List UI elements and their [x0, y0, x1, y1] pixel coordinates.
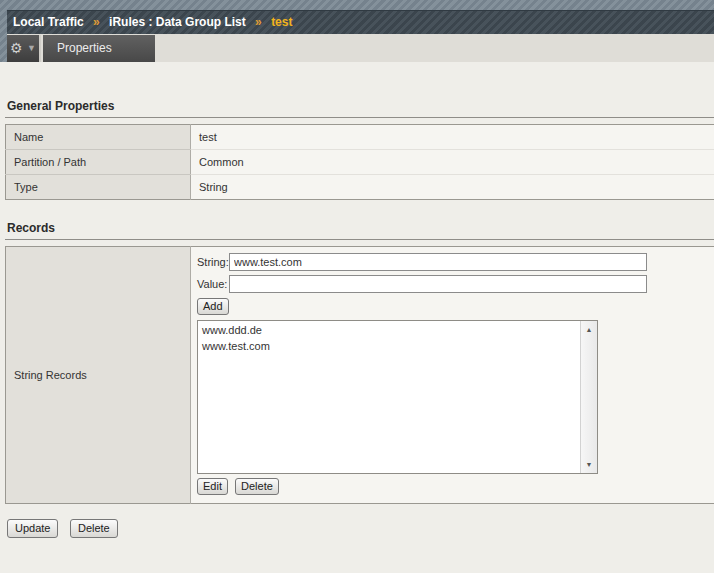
listbox-items: www.ddd.de www.test.com	[198, 322, 579, 354]
name-label: Name	[6, 125, 191, 150]
tab-strip: ⚙ ▼ Properties	[7, 34, 714, 62]
value-input[interactable]	[229, 275, 647, 293]
name-value: test	[191, 125, 714, 150]
value-field-row: Value:	[197, 275, 714, 293]
general-properties-table: Name test Partition / Path Common Type S…	[5, 124, 714, 200]
general-properties-heading: General Properties	[5, 99, 714, 118]
string-records-label: String Records	[6, 247, 191, 504]
breadcrumb: Local Traffic » iRules : Data Group List…	[7, 10, 714, 34]
add-row: Add	[197, 298, 714, 315]
records-table: String Records String: Value: Add www.dd…	[5, 246, 714, 504]
value-input-label: Value:	[197, 278, 229, 290]
tab-properties-label: Properties	[57, 41, 112, 55]
list-item[interactable]: www.test.com	[198, 338, 579, 354]
add-button[interactable]: Add	[197, 298, 229, 315]
breadcrumb-separator-icon: »	[87, 15, 106, 29]
string-field-row: String:	[197, 253, 714, 271]
string-records-editor: String: Value: Add www.ddd.de www.test.c…	[191, 247, 714, 504]
main-content: General Properties Name test Partition /…	[0, 62, 714, 573]
delete-button[interactable]: Delete	[70, 519, 118, 538]
type-value: String	[191, 175, 714, 200]
string-records-listbox[interactable]: www.ddd.de www.test.com ▲ ▼	[197, 320, 598, 474]
edit-button[interactable]: Edit	[197, 478, 228, 495]
gear-icon: ⚙	[10, 40, 23, 56]
scroll-up-icon[interactable]: ▲	[581, 322, 597, 337]
breadcrumb-separator-icon: »	[249, 15, 268, 29]
breadcrumb-item-current: test	[271, 15, 292, 29]
scroll-down-icon[interactable]: ▼	[581, 457, 597, 472]
string-input-label: String:	[197, 256, 229, 268]
partition-path-value: Common	[191, 150, 714, 175]
footer-actions: Update Delete	[7, 518, 714, 538]
table-row: Type String	[6, 175, 714, 200]
table-row: String Records String: Value: Add www.dd…	[6, 247, 714, 504]
breadcrumb-item-local-traffic[interactable]: Local Traffic	[13, 15, 84, 29]
delete-record-button[interactable]: Delete	[235, 478, 279, 495]
table-row: Partition / Path Common	[6, 150, 714, 175]
records-heading: Records	[5, 221, 714, 240]
list-item[interactable]: www.ddd.de	[198, 322, 579, 338]
listbox-scrollbar[interactable]: ▲ ▼	[580, 321, 597, 473]
type-label: Type	[6, 175, 191, 200]
partition-path-label: Partition / Path	[6, 150, 191, 175]
chevron-down-icon: ▼	[27, 43, 36, 53]
string-input[interactable]	[229, 253, 647, 271]
table-row: Name test	[6, 125, 714, 150]
edit-row: Edit Delete	[197, 478, 714, 495]
breadcrumb-item-data-group-list[interactable]: iRules : Data Group List	[109, 15, 246, 29]
update-button[interactable]: Update	[7, 519, 58, 538]
